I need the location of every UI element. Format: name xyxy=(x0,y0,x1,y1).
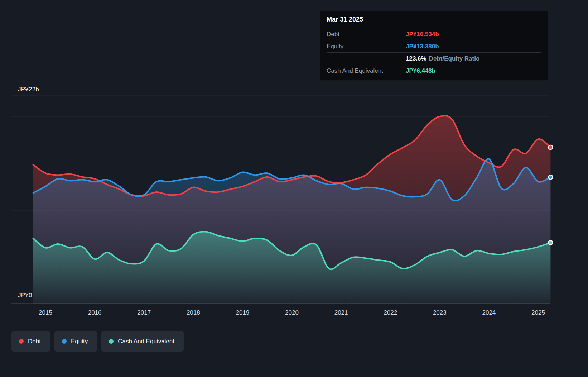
equity-color-dot-icon xyxy=(62,339,67,344)
x-axis-tick: 2018 xyxy=(187,309,200,316)
debt-endpoint-marker xyxy=(548,145,553,149)
x-axis-tick: 2024 xyxy=(482,309,496,316)
legend-debt-label: Debt xyxy=(28,338,41,345)
chart-tooltip: Mar 31 2025 Debt JP¥16.534b Equity JP¥13… xyxy=(320,11,548,81)
tooltip-row-debt: Debt JP¥16.534b xyxy=(327,28,541,40)
legend-equity-label: Equity xyxy=(71,338,88,345)
tooltip-ratio-caption: Debt/Equity Ratio xyxy=(429,55,480,62)
x-axis-tick: 2015 xyxy=(39,309,52,316)
tooltip-cash-value: JP¥6.448b xyxy=(406,67,435,75)
x-axis-tick: 2016 xyxy=(88,309,102,316)
tooltip-date: Mar 31 2025 xyxy=(327,11,541,28)
x-axis-tick: 2020 xyxy=(285,309,299,316)
tooltip-ratio-value: 123.6%Debt/Equity Ratio xyxy=(406,55,479,62)
tooltip-row-ratio: 123.6%Debt/Equity Ratio xyxy=(327,53,541,65)
tooltip-row-equity: Equity JP¥13.380b xyxy=(327,40,541,53)
tooltip-debt-label: Debt xyxy=(327,31,406,38)
x-axis-tick: 2021 xyxy=(334,309,348,316)
x-axis-tick: 2022 xyxy=(384,309,397,316)
legend-cash-label: Cash And Equivalent xyxy=(118,338,174,345)
tooltip-row-cash: Cash And Equivalent JP¥6.448b xyxy=(327,65,541,77)
equity-endpoint-marker xyxy=(548,175,553,179)
debt-color-dot-icon xyxy=(19,339,24,344)
chart-legend: Debt Equity Cash And Equivalent xyxy=(11,331,184,352)
cash-and-equivalent-endpoint-marker xyxy=(548,240,553,245)
legend-item-cash[interactable]: Cash And Equivalent xyxy=(101,331,184,352)
x-axis-tick: 2023 xyxy=(433,309,447,316)
x-axis-tick: 2017 xyxy=(137,309,151,316)
tooltip-equity-label: Equity xyxy=(327,43,406,50)
y-axis-label-zero: JP¥0 xyxy=(18,292,32,299)
x-axis-tick: 2025 xyxy=(531,309,545,316)
tooltip-ratio-number: 123.6% xyxy=(406,55,426,62)
legend-item-debt[interactable]: Debt xyxy=(11,331,50,352)
x-axis-tick: 2019 xyxy=(236,309,249,316)
tooltip-debt-value: JP¥16.534b xyxy=(406,31,439,38)
cash-color-dot-icon xyxy=(109,339,114,344)
legend-item-equity[interactable]: Equity xyxy=(54,331,97,352)
tooltip-cash-label: Cash And Equivalent xyxy=(327,67,406,75)
debt-equity-chart-panel: 2015201620172018201920202021202220232024… xyxy=(0,0,588,377)
tooltip-equity-value: JP¥13.380b xyxy=(406,43,439,50)
y-axis-label-max: JP¥22b xyxy=(18,86,39,93)
